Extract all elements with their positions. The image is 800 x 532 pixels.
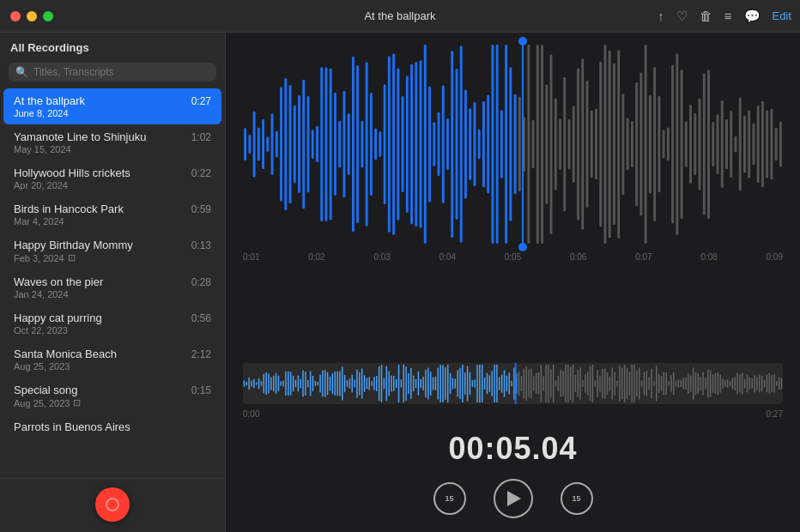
svg-rect-184 — [398, 365, 399, 402]
recording-item[interactable]: Waves on the pier0:28Jan 24, 2024 — [3, 269, 221, 305]
svg-rect-43 — [438, 112, 440, 177]
share-icon[interactable]: ↑ — [658, 9, 664, 23]
svg-rect-317 — [724, 380, 725, 387]
svg-rect-53 — [482, 101, 485, 187]
sidebar: All Recordings 🔍 At the ballpark0:27June… — [0, 33, 226, 532]
svg-rect-275 — [621, 368, 622, 400]
svg-rect-132 — [270, 378, 271, 390]
recording-item[interactable]: Special song0:15Aug 25, 2023⊡ — [3, 378, 221, 414]
svg-rect-237 — [528, 370, 529, 398]
svg-rect-242 — [541, 365, 542, 402]
svg-rect-17 — [320, 67, 323, 221]
shared-icon: ⊡ — [68, 252, 76, 263]
svg-rect-104 — [712, 122, 714, 166]
record-button[interactable] — [95, 487, 130, 522]
svg-rect-94 — [667, 128, 670, 161]
svg-rect-305 — [695, 372, 696, 396]
svg-rect-44 — [442, 85, 445, 203]
svg-rect-225 — [499, 377, 500, 390]
svg-rect-159 — [336, 372, 337, 396]
svg-rect-124 — [251, 380, 252, 386]
svg-rect-52 — [478, 130, 481, 160]
recording-item[interactable]: At the ballpark0:27June 8, 2024 — [3, 88, 221, 124]
svg-rect-82 — [613, 63, 615, 226]
close-button[interactable] — [10, 11, 21, 21]
svg-rect-75 — [581, 58, 584, 230]
list-icon[interactable]: ≡ — [724, 9, 732, 23]
bubble-icon[interactable]: 💬 — [744, 9, 761, 24]
svg-rect-128 — [261, 381, 262, 385]
svg-rect-217 — [479, 365, 480, 402]
svg-rect-172 — [369, 377, 370, 390]
favorite-icon[interactable]: ♡ — [676, 9, 688, 24]
svg-rect-228 — [506, 376, 507, 392]
svg-rect-253 — [567, 365, 568, 402]
svg-rect-326 — [747, 375, 748, 393]
svg-rect-80 — [604, 45, 607, 244]
svg-rect-71 — [563, 77, 566, 212]
svg-rect-243 — [543, 376, 544, 390]
svg-rect-186 — [403, 365, 404, 402]
svg-rect-152 — [319, 375, 320, 393]
edit-button[interactable]: Edit — [773, 9, 791, 22]
play-button[interactable] — [494, 479, 533, 518]
recording-item[interactable]: Yamanote Line to Shinjuku1:02May 15, 202… — [3, 124, 221, 160]
svg-rect-139 — [288, 372, 288, 396]
recording-date: Apr 20, 2024 — [14, 180, 211, 190]
svg-rect-83 — [617, 50, 620, 238]
recording-item[interactable]: Hollywood Hills crickets0:22Apr 20, 2024 — [3, 160, 221, 196]
playhead[interactable] — [522, 41, 524, 247]
mini-waveform-container[interactable]: 0:00 0:27 — [226, 358, 800, 424]
recording-duration: 2:12 — [191, 348, 211, 360]
svg-rect-188 — [408, 373, 409, 394]
svg-rect-293 — [665, 372, 666, 395]
recording-item[interactable]: Parrots in Buenos Aires — [3, 414, 221, 440]
svg-rect-143 — [298, 375, 299, 391]
recording-item[interactable]: Birds in Hancock Park0:59Mar 4, 2024 — [3, 196, 221, 233]
maximize-button[interactable] — [43, 11, 53, 21]
svg-rect-25 — [356, 65, 359, 223]
recording-item[interactable]: Santa Monica Beach2:12Aug 25, 2023 — [3, 342, 221, 378]
search-input[interactable] — [33, 66, 209, 78]
svg-rect-144 — [300, 379, 300, 389]
svg-rect-281 — [636, 371, 637, 397]
svg-rect-274 — [619, 366, 620, 402]
svg-rect-312 — [712, 375, 713, 393]
svg-rect-84 — [621, 94, 624, 195]
search-bar[interactable]: 🔍 — [9, 63, 216, 82]
recording-date: May 15, 2024 — [14, 144, 211, 154]
svg-rect-58 — [505, 45, 507, 244]
svg-rect-222 — [491, 371, 492, 396]
time-label: 0:05 — [505, 252, 521, 262]
svg-rect-194 — [422, 377, 423, 390]
svg-rect-266 — [599, 376, 600, 392]
svg-rect-92 — [658, 96, 660, 193]
rewind-button[interactable]: 15 — [433, 482, 466, 515]
svg-rect-262 — [590, 366, 591, 401]
recording-item[interactable]: Happy cat purring0:56Oct 22, 2023 — [3, 305, 221, 342]
forward-button[interactable]: 15 — [561, 482, 593, 515]
svg-rect-231 — [513, 367, 514, 399]
svg-rect-322 — [736, 373, 737, 394]
svg-rect-48 — [460, 45, 463, 242]
shared-icon: ⊡ — [73, 397, 81, 408]
svg-rect-81 — [609, 51, 611, 238]
svg-rect-257 — [578, 370, 579, 397]
svg-rect-301 — [685, 378, 686, 390]
svg-rect-234 — [521, 376, 522, 391]
trash-icon[interactable]: 🗑 — [700, 9, 712, 23]
svg-rect-165 — [352, 375, 353, 393]
time-label: 0:08 — [700, 252, 717, 262]
svg-rect-26 — [361, 121, 363, 167]
svg-rect-273 — [616, 381, 617, 387]
svg-rect-62 — [523, 117, 525, 171]
svg-rect-325 — [744, 379, 745, 389]
waveform-main: 0:010:020:030:040:050:060:070:080:09 — [243, 41, 783, 264]
svg-rect-103 — [707, 70, 710, 219]
svg-rect-323 — [739, 375, 740, 392]
recording-item[interactable]: Happy Birthday Mommy0:13Feb 3, 2024⊡ — [3, 233, 221, 269]
minimize-button[interactable] — [27, 11, 37, 21]
svg-rect-206 — [452, 378, 453, 390]
recording-duration: 1:02 — [191, 131, 211, 143]
recording-date: June 8, 2024 — [14, 108, 211, 118]
